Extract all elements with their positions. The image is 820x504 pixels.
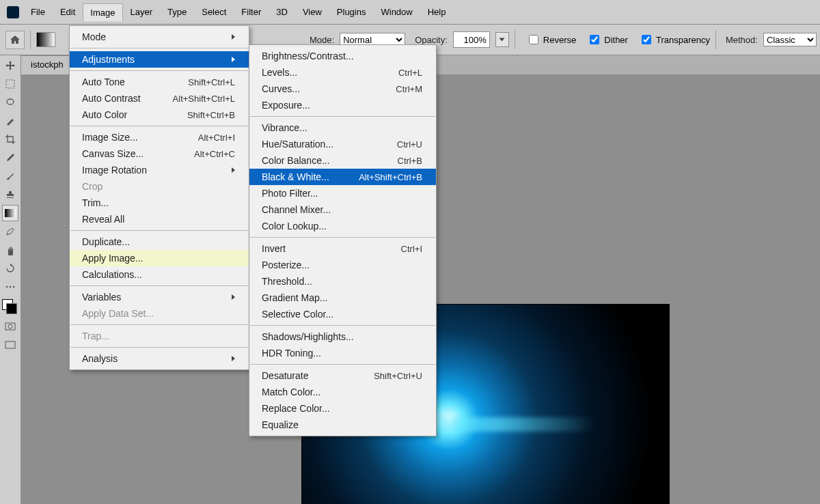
menuitem-channel-mixer[interactable]: Channel Mixer... (249, 201, 436, 218)
menuitem-duplicate[interactable]: Duplicate... (70, 234, 249, 250)
tools-panel (0, 55, 21, 504)
svg-rect-0 (6, 80, 14, 88)
menuitem-photo-filter[interactable]: Photo Filter... (249, 185, 436, 201)
tool-brush[interactable] (2, 168, 18, 184)
ellipsis-icon (5, 284, 16, 290)
opacity-input[interactable] (453, 31, 490, 48)
move-icon (5, 60, 16, 71)
menu-layer[interactable]: Layer (123, 3, 161, 21)
menu-view[interactable]: View (295, 3, 329, 21)
menuitem-image-size[interactable]: Image Size...Alt+Ctrl+I (70, 129, 249, 145)
menuitem-canvas-size[interactable]: Canvas Size...Alt+Ctrl+C (70, 145, 249, 162)
menu-select[interactable]: Select (194, 3, 234, 21)
gradient-preview[interactable] (36, 32, 55, 47)
menuitem-posterize[interactable]: Posterize... (249, 257, 436, 273)
menuitem-trap: Trap... (70, 328, 249, 344)
menuitem-black-white[interactable]: Black & White...Alt+Shift+Ctrl+B (249, 169, 436, 185)
opacity-dropdown-button[interactable] (495, 32, 509, 47)
app-logo-icon (7, 6, 19, 18)
menuitem-analysis[interactable]: Analysis (70, 350, 249, 367)
menuitem-desaturate[interactable]: DesaturateShift+Ctrl+U (249, 367, 436, 384)
screenmode-button[interactable] (2, 337, 18, 353)
menuitem-match-color[interactable]: Match Color... (249, 384, 436, 400)
crop-icon (5, 134, 16, 145)
menuitem-calculations[interactable]: Calculations... (70, 266, 249, 283)
pen-icon (5, 226, 16, 237)
reverse-checkbox[interactable]: Reverse (526, 33, 576, 46)
menuitem-threshold[interactable]: Threshold... (249, 273, 436, 290)
menuitem-levels[interactable]: Levels...Ctrl+L (249, 64, 436, 81)
menuitem-curves[interactable]: Curves...Ctrl+M (249, 81, 436, 97)
stamp-icon (5, 189, 16, 200)
tool-crop[interactable] (2, 131, 18, 148)
quickmask-button[interactable] (2, 318, 18, 335)
menuitem-selective-color[interactable]: Selective Color... (249, 306, 436, 322)
menuitem-color-balance[interactable]: Color Balance...Ctrl+B (249, 152, 436, 169)
home-icon (10, 35, 20, 44)
menuitem-reveal-all[interactable]: Reveal All (70, 211, 249, 227)
submenu-arrow-icon (232, 57, 235, 62)
menuitem-trim[interactable]: Trim... (70, 195, 249, 211)
tool-gradient[interactable] (2, 205, 18, 221)
wand-icon (5, 115, 16, 126)
adjustments-submenu: Brightness/Contrast... Levels...Ctrl+L C… (249, 44, 437, 436)
menu-window[interactable]: Window (373, 3, 420, 21)
menuitem-gradient-map[interactable]: Gradient Map... (249, 290, 436, 306)
menuitem-apply-image[interactable]: Apply Image... (70, 250, 249, 266)
screenmode-icon (5, 341, 16, 349)
menubar: File Edit Image Layer Type Select Filter… (0, 0, 820, 25)
menu-filter[interactable]: Filter (234, 3, 269, 21)
menuitem-variables[interactable]: Variables (70, 289, 249, 305)
menuitem-replace-color[interactable]: Replace Color... (249, 400, 436, 417)
tool-move[interactable] (2, 57, 18, 74)
menuitem-adjustments[interactable]: Adjustments (70, 51, 249, 68)
svg-point-1 (7, 99, 14, 104)
menuitem-color-lookup[interactable]: Color Lookup... (249, 218, 436, 234)
menuitem-equalize[interactable]: Equalize (249, 417, 436, 433)
menuitem-mode[interactable]: Mode (70, 29, 249, 45)
menuitem-invert[interactable]: InvertCtrl+I (249, 240, 436, 257)
menuitem-vibrance[interactable]: Vibrance... (249, 120, 436, 136)
dither-checkbox[interactable]: Dither (587, 33, 628, 46)
menuitem-hue-saturation[interactable]: Hue/Saturation...Ctrl+U (249, 136, 436, 152)
menu-edit[interactable]: Edit (53, 3, 83, 21)
menuitem-shadows-highlights[interactable]: Shadows/Highlights... (249, 328, 436, 345)
rotate-icon (5, 263, 16, 274)
menuitem-auto-contrast[interactable]: Auto ContrastAlt+Shift+Ctrl+L (70, 90, 249, 107)
separator (30, 30, 31, 49)
menuitem-hdr-toning[interactable]: HDR Toning... (249, 345, 436, 361)
menuitem-auto-color[interactable]: Auto ColorShift+Ctrl+B (70, 107, 249, 123)
image-menu-dropdown: Mode Adjustments Auto ToneShift+Ctrl+L A… (69, 25, 249, 370)
menuitem-exposure[interactable]: Exposure... (249, 97, 436, 113)
opacity-label: Opacity: (415, 35, 448, 45)
menu-type[interactable]: Type (160, 3, 194, 21)
menu-plugins[interactable]: Plugins (329, 3, 374, 21)
gradient-icon (5, 209, 16, 217)
color-swatches[interactable] (2, 299, 17, 314)
tool-wand[interactable] (2, 113, 18, 129)
home-button[interactable] (5, 31, 25, 49)
menuitem-image-rotation[interactable]: Image Rotation (70, 162, 249, 178)
tool-stamp[interactable] (2, 186, 18, 203)
tool-hand[interactable] (2, 242, 18, 258)
method-select[interactable]: Classic (763, 33, 817, 46)
tool-eyedropper[interactable] (2, 150, 18, 166)
lasso-icon (5, 97, 16, 108)
svg-rect-2 (5, 209, 16, 217)
menu-image[interactable]: Image (83, 3, 122, 21)
tool-more[interactable] (2, 279, 18, 295)
svg-rect-8 (5, 341, 15, 348)
menuitem-crop: Crop (70, 178, 249, 195)
tool-marquee[interactable] (2, 76, 18, 92)
menu-help[interactable]: Help (420, 3, 454, 21)
transparency-checkbox[interactable]: Transparency (639, 33, 710, 46)
menu-file[interactable]: File (23, 3, 53, 21)
menu-3d[interactable]: 3D (269, 3, 295, 21)
separator (515, 30, 515, 49)
menuitem-brightness-contrast[interactable]: Brightness/Contrast... (249, 48, 436, 64)
menuitem-auto-tone[interactable]: Auto ToneShift+Ctrl+L (70, 74, 249, 90)
tool-pen[interactable] (2, 223, 18, 240)
tool-lasso[interactable] (2, 94, 18, 111)
background-color[interactable] (6, 303, 17, 314)
tool-rotate[interactable] (2, 260, 18, 277)
